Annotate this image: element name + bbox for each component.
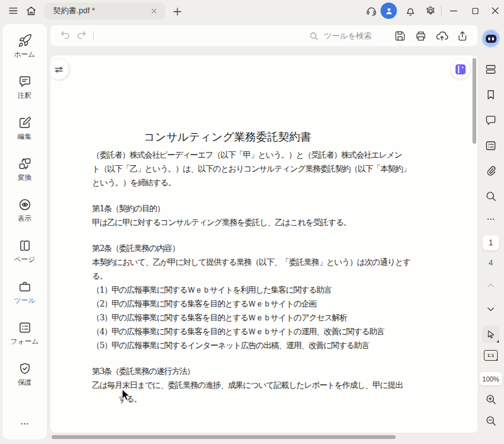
tab-title: 契約書.pdf * — [53, 6, 147, 16]
edit-pencil-icon — [18, 115, 32, 130]
zoom-in-icon — [484, 393, 497, 406]
view-settings-button[interactable] — [50, 59, 69, 79]
titlebar-divider — [441, 6, 442, 16]
document-tab[interactable]: 契約書.pdf * — [44, 3, 165, 20]
sidebar-item-view[interactable]: 表示 — [4, 193, 45, 234]
toolbox-icon — [18, 279, 32, 294]
sidebar-label-form: フォーム — [11, 337, 39, 346]
document-viewport[interactable]: コンサルティング業務委託契約書 （委託者）株式会社ピーディーエフ（以下「甲」とい… — [50, 56, 478, 433]
window-close-button[interactable] — [486, 2, 504, 20]
form-icon — [18, 320, 32, 335]
doc-line: 第1条（契約の目的） — [92, 202, 407, 216]
sidebar-item-pages[interactable]: ページ — [4, 234, 45, 275]
doc-line: （2）甲の広報事業に関する集客を目的とするＷｅｂサイトの企画 — [92, 297, 407, 311]
redo-icon — [76, 30, 88, 42]
sidebar-item-protect[interactable]: 保護 — [4, 357, 45, 398]
mouse-cursor — [121, 389, 130, 402]
doc-line: 第3条（委託業務の遂行方法） — [92, 365, 407, 378]
new-tab-button[interactable] — [169, 3, 185, 20]
attachments-panel-button[interactable] — [484, 165, 497, 177]
window-minimize-button[interactable] — [445, 2, 462, 20]
ai-robot-button[interactable] — [481, 29, 500, 48]
cloud-upload-button[interactable] — [433, 28, 450, 44]
total-pages: 4 — [489, 259, 493, 267]
form-fields-icon — [484, 139, 497, 152]
rocket-icon — [18, 33, 32, 48]
panels-icon — [484, 63, 497, 76]
zoom-in-button[interactable] — [484, 393, 497, 406]
home-button[interactable] — [23, 3, 39, 19]
rail-more-button[interactable] — [486, 214, 496, 225]
ai-assistant-button[interactable] — [451, 60, 470, 79]
zoom-level-value: 100% — [483, 375, 500, 383]
sidebar-label-annotation: 注釈 — [18, 91, 32, 100]
doc-line: る。 — [92, 269, 407, 283]
dropdown-corner-icon — [495, 358, 498, 361]
tab-close-button[interactable] — [147, 5, 160, 18]
current-page-indicator[interactable]: 1 — [483, 235, 499, 250]
search-icon — [309, 31, 319, 41]
pages-icon — [18, 238, 32, 253]
doc-line: 甲は乙に甲に対するコンサルティング業務を委託し、乙はこれを受託する。 — [92, 216, 407, 230]
ellipsis-icon — [486, 214, 496, 225]
cloud-upload-icon — [435, 29, 449, 42]
redo-button[interactable] — [73, 28, 89, 44]
horizontal-scrollbar[interactable] — [52, 435, 396, 439]
previous-page-button[interactable] — [485, 280, 496, 291]
doc-line: 第2条（委託業務の内容） — [92, 242, 407, 255]
tool-search-field[interactable] — [309, 31, 379, 41]
sidebar-item-home[interactable]: ホーム — [4, 29, 45, 70]
vertical-scrollbar[interactable] — [472, 58, 476, 144]
contract-title: コンサルティング業務委託契約書 — [92, 129, 407, 145]
comment-icon — [484, 114, 497, 127]
sidebar-item-edit[interactable]: 編集 — [4, 111, 45, 152]
paperclip-icon — [484, 165, 497, 177]
form-fields-panel-button[interactable] — [484, 139, 497, 152]
print-button[interactable] — [412, 28, 430, 44]
view-eye-icon — [18, 197, 32, 212]
sidebar-item-tools[interactable]: ツール — [4, 275, 45, 316]
bell-icon — [404, 5, 416, 17]
thumbnail-panel-button[interactable] — [484, 63, 497, 76]
minimize-icon — [448, 5, 459, 16]
account-avatar[interactable] — [381, 3, 397, 19]
hamburger-menu-button[interactable] — [5, 3, 21, 19]
sidebar-item-convert[interactable]: 変換 — [4, 152, 45, 193]
doc-line: （5）甲の広報事業に関するインターネット広告の出稿、運用、改善に関する助言 — [92, 339, 407, 353]
share-icon — [456, 30, 469, 42]
notifications-button[interactable] — [401, 2, 419, 20]
zoom-level-indicator[interactable]: 100% — [479, 372, 502, 385]
maximize-icon — [470, 6, 481, 16]
settings-button[interactable] — [421, 2, 439, 20]
next-page-button[interactable] — [485, 303, 496, 315]
sidebar-label-protect: 保護 — [18, 378, 32, 387]
sidebar-label-home: ホーム — [14, 50, 35, 59]
doc-line: する。 — [92, 392, 407, 406]
toolbar-divider — [93, 31, 94, 40]
filter-sliders-icon — [54, 64, 64, 75]
save-button[interactable] — [391, 28, 409, 44]
chevron-up-icon — [485, 280, 496, 291]
pointer-tool-button[interactable] — [482, 325, 500, 343]
sidebar-item-annotation[interactable]: 注釈 — [4, 70, 45, 111]
sidebar-more-button[interactable] — [19, 418, 30, 429]
sidebar-label-view: 表示 — [18, 214, 32, 223]
bookmarks-panel-button[interactable] — [484, 88, 497, 101]
zoom-out-button[interactable] — [484, 414, 497, 427]
doc-line: （3）甲の広報事業に関する集客を目的とするＷｅｂサイトのアクセス解析 — [92, 311, 407, 325]
close-icon — [490, 5, 501, 16]
current-page-number: 1 — [489, 238, 493, 247]
comments-panel-button[interactable] — [484, 114, 497, 127]
sidebar-item-form[interactable]: フォーム — [4, 316, 45, 357]
zoom-out-icon — [484, 414, 497, 427]
save-icon — [394, 30, 406, 42]
sidebar-label-pages: ページ — [14, 255, 35, 264]
window-maximize-button[interactable] — [466, 2, 484, 20]
search-input[interactable] — [323, 31, 379, 41]
actual-size-button[interactable]: 1:1 — [483, 349, 498, 361]
sidebar-label-tools: ツール — [14, 296, 35, 305]
undo-button[interactable] — [57, 28, 73, 44]
support-button[interactable] — [362, 2, 380, 20]
search-panel-button[interactable] — [484, 190, 497, 202]
share-button[interactable] — [454, 28, 471, 44]
